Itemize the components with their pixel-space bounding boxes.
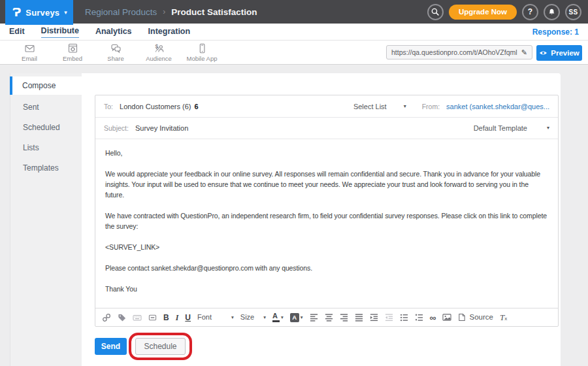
response-count-link[interactable]: Response: 1 [532, 27, 579, 38]
font-dropdown[interactable]: Font ▾ [197, 314, 234, 321]
sidebar-item-sent[interactable]: Sent [10, 97, 82, 117]
sidebar-item-compose[interactable]: Compose [10, 76, 82, 95]
source-button[interactable]: Source [458, 313, 493, 322]
product-switcher[interactable]: Ɂ Surveys ▾ [5, 0, 73, 25]
chevron-down-icon: ▾ [301, 315, 303, 320]
justify-icon[interactable] [355, 313, 363, 322]
bullet-list-icon[interactable] [400, 313, 408, 322]
size-dropdown[interactable]: Size ▾ [240, 314, 266, 321]
subject-label: Subject: [104, 124, 129, 132]
sidebar-item-label: Scheduled [23, 123, 60, 132]
channel-share[interactable]: Share [94, 42, 137, 62]
sidebar-item-label: Templates [23, 163, 59, 173]
font-dropdown-label: Font [197, 314, 212, 321]
increase-indent-icon[interactable] [370, 313, 378, 322]
button-field-icon[interactable] [148, 313, 157, 322]
channel-audience-label: Audience [146, 55, 172, 62]
channel-email-label: Email [22, 55, 37, 62]
italic-button[interactable]: I [176, 314, 179, 322]
bg-color-icon: A [290, 313, 299, 322]
mobile-app-icon [196, 42, 208, 54]
nav-tab-distribute[interactable]: Distribute [41, 27, 79, 38]
survey-nav: Edit Distribute Analytics Integration Re… [0, 24, 588, 41]
bg-color-button[interactable]: A ▾ [290, 313, 303, 322]
sidebar-item-templates[interactable]: Templates [10, 158, 82, 178]
chevron-down-icon: ▾ [263, 315, 266, 320]
select-list-label: Select List [353, 103, 387, 110]
edit-url-icon[interactable]: ✎ [521, 48, 527, 57]
notifications-button[interactable] [544, 4, 560, 20]
subject-row: Subject: Survey Invitation Default Templ… [95, 118, 558, 139]
text-color-button[interactable]: A ▾ [272, 312, 284, 322]
upgrade-now-button[interactable]: Upgrade Now [449, 5, 517, 20]
channel-mobile-app[interactable]: Mobile App [180, 42, 223, 62]
to-value[interactable]: London Customers (6) [120, 103, 191, 110]
align-right-icon[interactable] [340, 313, 348, 322]
sidebar-item-label: Lists [23, 143, 39, 152]
sidebar-item-label: Compose [22, 81, 56, 90]
page-body: Compose Sent Scheduled Lists Templates T… [0, 65, 588, 366]
align-left-icon[interactable] [310, 313, 318, 322]
breadcrumb-survey-name: Product Satisfaction [171, 7, 257, 17]
help-button[interactable]: ? [522, 4, 538, 20]
send-label: Send [101, 342, 120, 351]
chevron-down-icon: ▾ [281, 315, 284, 320]
channel-buttons: Email Embed [8, 42, 223, 62]
from-value[interactable]: sanket (sanket.shekdar@ques... [446, 103, 549, 110]
upgrade-now-label: Upgrade Now [459, 8, 507, 16]
avatar-initials: SS [569, 8, 578, 16]
embed-icon [67, 42, 79, 54]
size-dropdown-label: Size [240, 314, 254, 321]
bold-button[interactable]: B [163, 314, 169, 322]
sidebar-item-label: Sent [23, 103, 39, 112]
remove-format-icon[interactable]: T x [500, 313, 507, 322]
tag-icon[interactable] [118, 313, 126, 322]
subject-value[interactable]: Survey Invitation [135, 124, 188, 132]
preview-button[interactable]: Preview [536, 45, 582, 61]
to-label: To: [104, 103, 113, 110]
text-color-icon: A [272, 312, 280, 322]
channel-embed-label: Embed [63, 55, 82, 62]
rich-text-toolbar: B I U Font ▾ Size ▾ A [95, 308, 558, 326]
chevron-down-icon: ▾ [404, 104, 406, 109]
nav-tab-integration[interactable]: Integration [148, 27, 191, 38]
insert-image-icon[interactable] [442, 313, 451, 322]
link-icon[interactable] [102, 313, 111, 322]
breadcrumb-folder[interactable]: Regional Products [85, 7, 157, 17]
channel-embed[interactable]: Embed [51, 42, 94, 62]
numbered-list-icon[interactable] [415, 313, 423, 322]
bell-icon [547, 8, 556, 16]
schedule-label: Schedule [144, 342, 176, 351]
decrease-indent-icon[interactable] [385, 313, 393, 322]
survey-url-text: https://qa.questionpro.com/t/AOhoVZfqml [391, 48, 518, 56]
app-window: Ɂ Surveys ▾ Regional Products › Product … [0, 0, 588, 366]
distribute-toolbar: Email Embed [0, 41, 588, 65]
schedule-button[interactable]: Schedule [135, 338, 186, 355]
to-row: To: London Customers (6) 6 Select List ▾… [95, 95, 558, 118]
survey-url-field[interactable]: https://qa.questionpro.com/t/AOhoVZfqml … [386, 45, 532, 59]
insert-link-icon[interactable]: ∞ [430, 313, 436, 322]
channel-audience[interactable]: $ Audience [137, 42, 180, 62]
email-body-editor[interactable]: Hello, We would appreciate your feedback… [95, 139, 558, 308]
search-button[interactable] [427, 4, 444, 20]
select-list-dropdown[interactable]: Select List ▾ [353, 103, 406, 110]
recipient-count: 6 [194, 103, 198, 110]
channel-email[interactable]: Email [8, 42, 51, 62]
sidebar-item-lists[interactable]: Lists [10, 137, 82, 158]
underline-button[interactable]: U [185, 314, 191, 322]
send-button[interactable]: Send [95, 338, 127, 355]
body-paragraph: Thank You [105, 284, 548, 294]
from-label: From: [422, 103, 440, 110]
align-center-icon[interactable] [325, 313, 333, 322]
email-icon [24, 42, 36, 54]
nav-tab-analytics[interactable]: Analytics [95, 27, 132, 38]
keyboard-icon[interactable] [133, 313, 142, 322]
body-paragraph: Hello, [105, 148, 548, 158]
template-dropdown[interactable]: Default Template ▾ [474, 124, 549, 132]
breadcrumb: Regional Products › Product Satisfaction [85, 0, 257, 24]
user-avatar[interactable]: SS [565, 4, 581, 20]
top-header: Ɂ Surveys ▾ Regional Products › Product … [0, 0, 588, 24]
nav-tab-edit[interactable]: Edit [9, 27, 25, 38]
sidebar-item-scheduled[interactable]: Scheduled [10, 117, 82, 137]
preview-label: Preview [551, 49, 579, 57]
